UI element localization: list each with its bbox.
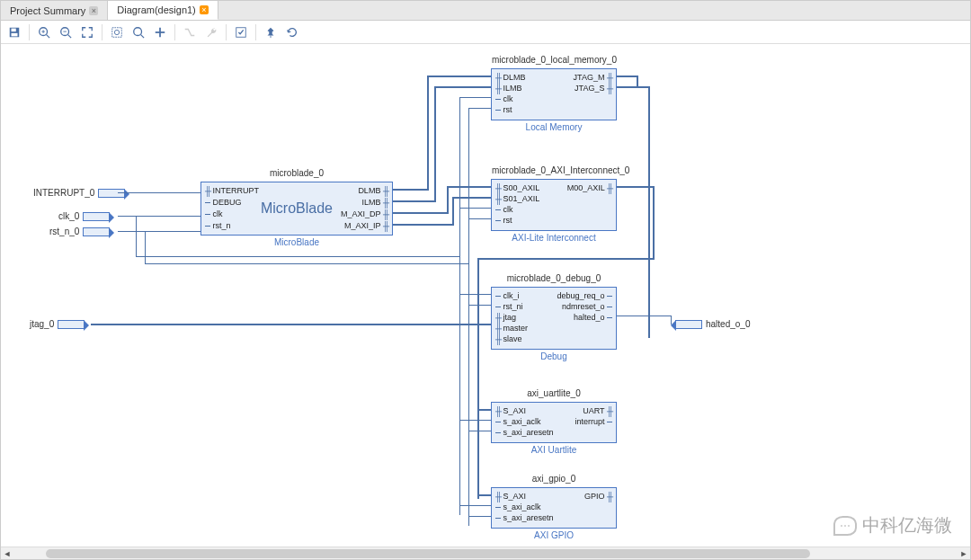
- ext-port-halted[interactable]: halted_o_0: [675, 319, 751, 329]
- add-icon[interactable]: [150, 22, 170, 42]
- close-icon[interactable]: ×: [89, 6, 98, 15]
- wire: [468, 305, 491, 306]
- wire: [145, 231, 146, 263]
- horizontal-scrollbar[interactable]: ◄ ►: [1, 547, 970, 559]
- scroll-right-icon[interactable]: ►: [958, 547, 970, 559]
- wrench-icon[interactable]: [201, 22, 221, 42]
- validate-icon[interactable]: [231, 22, 251, 42]
- wire: [447, 186, 449, 214]
- svg-rect-10: [112, 27, 122, 37]
- block-gpio[interactable]: axi_gpio_0 AXI GPIO ╫ S_AXI s_axi_aclk s…: [491, 487, 617, 529]
- zoom-in-icon[interactable]: [34, 22, 54, 42]
- wire: [637, 76, 638, 86]
- port-label: DLMB: [358, 186, 380, 195]
- wire: [452, 197, 454, 226]
- block-localmem[interactable]: microblade_0_local_memory_0 Local Memory…: [491, 68, 617, 120]
- diagram-canvas[interactable]: INTERRUPT_0 clk_0 rst_n_0 jtag_0 halted_…: [1, 44, 970, 559]
- wire: [617, 186, 653, 188]
- refresh-icon[interactable]: [282, 22, 302, 42]
- block-subtitle: AXI-Lite Interconnect: [492, 233, 616, 243]
- port-label: ndmreset_o: [562, 302, 605, 311]
- zoom-out-icon[interactable]: [56, 22, 76, 42]
- pin-icon[interactable]: [261, 22, 281, 42]
- ext-port-clk[interactable]: clk_0: [58, 211, 110, 221]
- port-label: master: [503, 324, 529, 333]
- ext-port-interrupt[interactable]: INTERRUPT_0: [33, 188, 125, 198]
- port-label: rst_n_0: [49, 227, 79, 236]
- wire: [434, 86, 491, 88]
- tab-label: Project Summary: [10, 5, 85, 16]
- search-icon[interactable]: [129, 22, 148, 42]
- block-uartlite[interactable]: axi_uartlite_0 AXI Uartlite ╫ S_AXI s_ax…: [491, 402, 617, 443]
- separator: [102, 24, 102, 40]
- port-label: halted_o_0: [706, 319, 751, 329]
- port-label: INTERRUPT: [213, 186, 260, 195]
- watermark-text: 中科亿海微: [862, 513, 952, 538]
- wire: [617, 316, 671, 316]
- wire: [459, 294, 491, 295]
- port-label: debug_req_o: [557, 291, 604, 300]
- port-label: rst_n: [213, 221, 231, 230]
- port-label: s_axi_aclk: [503, 417, 541, 426]
- toolbar: [1, 21, 970, 44]
- port-label: S00_AXIL: [503, 183, 540, 192]
- wire: [136, 216, 137, 256]
- port-label: clk: [503, 205, 513, 214]
- port-label: M_AXI_IP: [344, 221, 380, 230]
- port-label: S_AXI: [503, 406, 527, 415]
- port-label: JTAG_S: [575, 84, 604, 93]
- port-label: clk: [213, 209, 223, 218]
- port-label: INTERRUPT_0: [33, 188, 94, 198]
- svg-line-8: [68, 34, 72, 38]
- port-label: clk: [503, 94, 513, 103]
- tab-diagram[interactable]: Diagram(design1) ×: [108, 1, 218, 20]
- port-label: interrupt: [575, 417, 604, 426]
- block-title: microblade_0: [201, 168, 392, 178]
- block-subtitle: Debug: [492, 351, 616, 361]
- wire: [459, 505, 491, 506]
- block-debug[interactable]: microblade_0_debug_0 Debug clk_i rst_ni …: [491, 287, 617, 350]
- tab-bar: Project Summary × Diagram(design1) ×: [1, 1, 970, 21]
- port-label: JTAG_M: [574, 73, 605, 82]
- wire: [393, 224, 454, 226]
- port-label: slave: [503, 334, 522, 343]
- block-subtitle: AXI GPIO: [492, 530, 616, 540]
- zoom-fit-icon[interactable]: [77, 22, 97, 42]
- port-label: jtag_0: [30, 319, 54, 329]
- close-icon[interactable]: ×: [200, 5, 209, 14]
- tab-project-summary[interactable]: Project Summary ×: [1, 1, 108, 20]
- wire: [459, 208, 491, 209]
- route-icon[interactable]: [180, 22, 200, 42]
- wire: [459, 97, 491, 98]
- block-title: axi_gpio_0: [492, 474, 616, 484]
- ext-port-rst[interactable]: rst_n_0: [49, 227, 110, 236]
- watermark: 中科亿海微: [833, 513, 952, 538]
- port-label: rst: [503, 105, 512, 114]
- ext-port-jtag[interactable]: jtag_0: [30, 319, 85, 329]
- port-label: M00_AXIL: [567, 183, 605, 192]
- port-label: s_axi_aresetn: [503, 513, 554, 522]
- svg-rect-1: [12, 28, 16, 31]
- svg-point-12: [134, 27, 142, 35]
- wire: [468, 516, 491, 517]
- wire: [393, 189, 427, 191]
- zoom-area-icon[interactable]: [107, 22, 127, 42]
- save-icon[interactable]: [4, 22, 24, 42]
- port-label: s_axi_aclk: [503, 502, 541, 511]
- scrollbar-thumb[interactable]: [46, 549, 810, 558]
- wire: [118, 216, 200, 217]
- block-microblade[interactable]: microblade_0 MicroBlade MicroBlade ╫ INT…: [200, 182, 393, 236]
- wire: [459, 420, 491, 421]
- separator: [226, 24, 227, 40]
- wire: [91, 324, 491, 325]
- block-axi-ic[interactable]: microblade_0_AXI_Interconnect_0 AXI-Lite…: [491, 179, 617, 231]
- wire: [459, 97, 460, 515]
- wire: [136, 256, 459, 257]
- port-label: M_AXI_DP: [341, 209, 380, 218]
- svg-line-4: [47, 34, 50, 38]
- scroll-left-icon[interactable]: ◄: [1, 547, 13, 559]
- block-title: microblade_0_local_memory_0: [492, 55, 616, 65]
- chat-bubble-icon: [833, 516, 857, 536]
- port-label: clk_0: [58, 211, 79, 221]
- wire: [434, 86, 436, 202]
